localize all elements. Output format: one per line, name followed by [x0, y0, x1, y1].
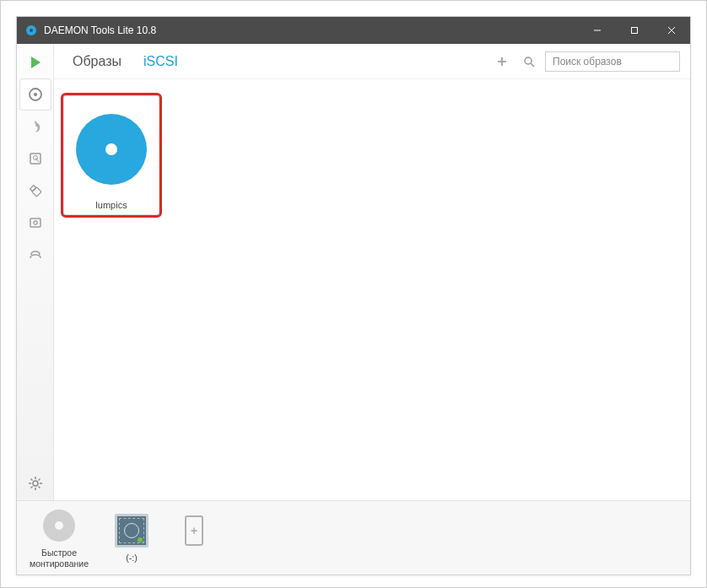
virtual-drive-button[interactable]: (-:) — [108, 511, 155, 564]
disc-gray-icon — [43, 510, 75, 542]
tab-images[interactable]: Образы — [64, 51, 130, 73]
sidebar-mount-button[interactable] — [20, 47, 51, 78]
search-box — [545, 51, 680, 72]
minimize-button[interactable] — [579, 17, 616, 44]
svg-line-22 — [38, 487, 40, 488]
svg-line-21 — [30, 479, 32, 481]
titlebar: DAEMON Tools Lite 10.8 — [17, 17, 690, 44]
sidebar — [17, 44, 54, 500]
sidebar-burn-button[interactable] — [20, 111, 51, 142]
sidebar-settings-button[interactable] — [20, 468, 51, 499]
svg-point-1 — [30, 29, 33, 32]
svg-rect-3 — [632, 28, 638, 34]
close-button[interactable] — [653, 17, 690, 44]
search-input[interactable] — [546, 52, 679, 71]
tab-iscsi[interactable]: iSCSI — [135, 51, 186, 73]
svg-point-27 — [525, 57, 532, 64]
maximize-button[interactable] — [616, 17, 653, 44]
svg-point-8 — [34, 93, 37, 96]
toolbar: Образы iSCSI — [54, 44, 690, 79]
sidebar-usb-button[interactable] — [20, 175, 51, 206]
sidebar-iscsi-button[interactable] — [20, 240, 51, 270]
window-title: DAEMON Tools Lite 10.8 — [44, 24, 579, 36]
svg-marker-6 — [31, 57, 40, 68]
add-device-button[interactable]: + — [170, 511, 218, 564]
svg-line-23 — [30, 487, 32, 488]
window-controls — [579, 17, 690, 44]
phone-plus-icon: + — [185, 515, 203, 546]
outer-frame: DAEMON Tools Lite 10.8 — [0, 0, 707, 588]
disc-icon — [76, 114, 147, 185]
svg-line-24 — [38, 479, 40, 481]
svg-line-28 — [531, 63, 534, 67]
app-window: DAEMON Tools Lite 10.8 — [16, 16, 691, 575]
svg-rect-9 — [30, 154, 40, 164]
quick-mount-label: Быстрое монтирование — [25, 548, 93, 569]
drive-icon — [115, 514, 148, 548]
search-icon[interactable] — [518, 51, 540, 73]
quick-mount-button[interactable]: Быстрое монтирование — [25, 506, 93, 569]
add-button[interactable] — [491, 51, 513, 73]
app-icon — [25, 24, 37, 36]
svg-rect-13 — [31, 187, 40, 197]
svg-rect-14 — [30, 218, 40, 227]
virtual-drive-label: (-:) — [108, 553, 155, 564]
svg-point-15 — [33, 221, 36, 224]
sidebar-optical-button[interactable] — [20, 208, 51, 238]
sidebar-images-button[interactable] — [20, 79, 51, 110]
bottom-bar: Быстрое монтирование (-:) + — [17, 500, 690, 575]
image-catalog: lumpics — [54, 79, 690, 500]
svg-point-16 — [33, 481, 38, 486]
sidebar-hdd-button[interactable] — [20, 143, 51, 174]
image-card[interactable]: lumpics — [61, 93, 162, 218]
image-card-label: lumpics — [68, 200, 154, 210]
